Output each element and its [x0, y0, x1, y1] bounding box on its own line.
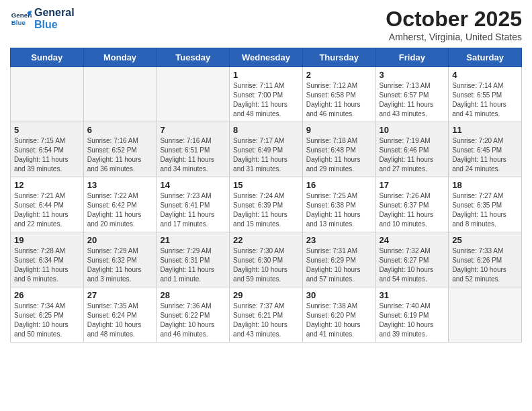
- day-info: Sunrise: 7:34 AMSunset: 6:25 PMDaylight:…: [14, 302, 80, 339]
- day-info: Sunrise: 7:26 AMSunset: 6:37 PMDaylight:…: [380, 191, 445, 229]
- day-info: Sunrise: 7:17 AMSunset: 6:49 PMDaylight:…: [233, 136, 299, 174]
- weekday-header-saturday: Saturday: [449, 48, 522, 67]
- calendar-day-cell: 30Sunrise: 7:38 AMSunset: 6:20 PMDayligh…: [302, 287, 375, 342]
- day-info: Sunrise: 7:31 AMSunset: 6:29 PMDaylight:…: [306, 246, 372, 284]
- day-number: 23: [306, 235, 372, 245]
- day-info: Sunrise: 7:19 AMSunset: 6:46 PMDaylight:…: [380, 136, 445, 174]
- calendar-day-cell: 29Sunrise: 7:37 AMSunset: 6:21 PMDayligh…: [230, 287, 303, 342]
- day-number: 31: [380, 290, 445, 300]
- day-number: 24: [380, 235, 445, 245]
- day-info: Sunrise: 7:21 AMSunset: 6:44 PMDaylight:…: [14, 191, 80, 229]
- day-number: 25: [452, 235, 518, 245]
- day-number: 9: [306, 125, 372, 135]
- calendar-day-cell: 12Sunrise: 7:21 AMSunset: 6:44 PMDayligh…: [11, 177, 84, 232]
- calendar-day-cell: 27Sunrise: 7:35 AMSunset: 6:24 PMDayligh…: [83, 287, 157, 342]
- calendar-day-cell: 1Sunrise: 7:11 AMSunset: 7:00 PMDaylight…: [230, 67, 303, 122]
- day-info: Sunrise: 7:29 AMSunset: 6:32 PMDaylight:…: [87, 246, 153, 284]
- day-number: 20: [87, 235, 153, 245]
- day-info: Sunrise: 7:25 AMSunset: 6:38 PMDaylight:…: [306, 191, 372, 229]
- calendar-day-cell: 18Sunrise: 7:27 AMSunset: 6:35 PMDayligh…: [449, 177, 522, 232]
- calendar-day-cell: [157, 67, 230, 122]
- weekday-header-wednesday: Wednesday: [230, 48, 303, 67]
- logo-line1: General: [34, 7, 75, 19]
- day-number: 28: [160, 290, 226, 300]
- day-info: Sunrise: 7:18 AMSunset: 6:48 PMDaylight:…: [306, 136, 372, 174]
- day-number: 14: [160, 180, 226, 190]
- calendar-day-cell: 21Sunrise: 7:29 AMSunset: 6:31 PMDayligh…: [157, 232, 230, 287]
- day-number: 5: [14, 125, 80, 135]
- day-number: 7: [160, 125, 226, 135]
- day-info: Sunrise: 7:28 AMSunset: 6:34 PMDaylight:…: [14, 246, 80, 284]
- day-number: 6: [87, 125, 153, 135]
- day-info: Sunrise: 7:30 AMSunset: 6:30 PMDaylight:…: [233, 246, 299, 284]
- calendar-day-cell: 23Sunrise: 7:31 AMSunset: 6:29 PMDayligh…: [302, 232, 375, 287]
- day-number: 8: [233, 125, 299, 135]
- day-number: 15: [233, 180, 299, 190]
- day-info: Sunrise: 7:29 AMSunset: 6:31 PMDaylight:…: [160, 246, 226, 284]
- calendar-day-cell: 25Sunrise: 7:33 AMSunset: 6:26 PMDayligh…: [449, 232, 522, 287]
- calendar-day-cell: 26Sunrise: 7:34 AMSunset: 6:25 PMDayligh…: [11, 287, 84, 342]
- day-info: Sunrise: 7:38 AMSunset: 6:20 PMDaylight:…: [306, 302, 372, 339]
- day-info: Sunrise: 7:24 AMSunset: 6:39 PMDaylight:…: [233, 191, 299, 229]
- calendar-day-cell: 2Sunrise: 7:12 AMSunset: 6:58 PMDaylight…: [302, 67, 375, 122]
- day-number: 16: [306, 180, 372, 190]
- day-number: 2: [306, 70, 372, 80]
- day-info: Sunrise: 7:14 AMSunset: 6:55 PMDaylight:…: [452, 81, 518, 119]
- day-info: Sunrise: 7:23 AMSunset: 6:41 PMDaylight:…: [160, 191, 226, 229]
- day-number: 29: [233, 290, 299, 300]
- day-info: Sunrise: 7:27 AMSunset: 6:35 PMDaylight:…: [452, 191, 518, 229]
- calendar-day-cell: [449, 287, 522, 342]
- day-info: Sunrise: 7:16 AMSunset: 6:51 PMDaylight:…: [160, 136, 226, 174]
- calendar-day-cell: [83, 67, 157, 122]
- weekday-header-row: SundayMondayTuesdayWednesdayThursdayFrid…: [11, 48, 522, 67]
- calendar-week-row: 19Sunrise: 7:28 AMSunset: 6:34 PMDayligh…: [11, 232, 522, 287]
- calendar-day-cell: 4Sunrise: 7:14 AMSunset: 6:55 PMDaylight…: [449, 67, 522, 122]
- day-info: Sunrise: 7:16 AMSunset: 6:52 PMDaylight:…: [87, 136, 153, 174]
- calendar-day-cell: 13Sunrise: 7:22 AMSunset: 6:42 PMDayligh…: [83, 177, 157, 232]
- day-info: Sunrise: 7:33 AMSunset: 6:26 PMDaylight:…: [452, 246, 518, 284]
- logo-icon: General Blue: [10, 8, 32, 30]
- weekday-header-monday: Monday: [83, 48, 157, 67]
- day-number: 11: [452, 125, 518, 135]
- calendar-day-cell: 14Sunrise: 7:23 AMSunset: 6:41 PMDayligh…: [157, 177, 230, 232]
- calendar-day-cell: 11Sunrise: 7:20 AMSunset: 6:45 PMDayligh…: [449, 122, 522, 177]
- day-info: Sunrise: 7:15 AMSunset: 6:54 PMDaylight:…: [14, 136, 80, 174]
- day-number: 26: [14, 290, 80, 300]
- day-number: 13: [87, 180, 153, 190]
- day-info: Sunrise: 7:35 AMSunset: 6:24 PMDaylight:…: [87, 302, 153, 339]
- svg-text:Blue: Blue: [11, 18, 26, 26]
- calendar-day-cell: 15Sunrise: 7:24 AMSunset: 6:39 PMDayligh…: [230, 177, 303, 232]
- day-info: Sunrise: 7:11 AMSunset: 7:00 PMDaylight:…: [233, 81, 299, 119]
- calendar-table: SundayMondayTuesdayWednesdayThursdayFrid…: [10, 48, 522, 342]
- day-info: Sunrise: 7:40 AMSunset: 6:19 PMDaylight:…: [380, 302, 445, 339]
- day-number: 22: [233, 235, 299, 245]
- day-info: Sunrise: 7:37 AMSunset: 6:21 PMDaylight:…: [233, 302, 299, 339]
- day-info: Sunrise: 7:20 AMSunset: 6:45 PMDaylight:…: [452, 136, 518, 174]
- logo-line2: Blue: [34, 19, 75, 31]
- day-number: 17: [380, 180, 445, 190]
- day-number: 4: [452, 70, 518, 80]
- calendar-week-row: 1Sunrise: 7:11 AMSunset: 7:00 PMDaylight…: [11, 67, 522, 122]
- calendar-day-cell: 3Sunrise: 7:13 AMSunset: 6:57 PMDaylight…: [375, 67, 449, 122]
- weekday-header-friday: Friday: [375, 48, 449, 67]
- calendar-day-cell: 9Sunrise: 7:18 AMSunset: 6:48 PMDaylight…: [302, 122, 375, 177]
- day-number: 21: [160, 235, 226, 245]
- calendar-day-cell: 6Sunrise: 7:16 AMSunset: 6:52 PMDaylight…: [83, 122, 157, 177]
- calendar-day-cell: 31Sunrise: 7:40 AMSunset: 6:19 PMDayligh…: [375, 287, 449, 342]
- day-number: 3: [380, 70, 445, 80]
- location-subtitle: Amherst, Virginia, United States: [386, 32, 522, 42]
- day-number: 27: [87, 290, 153, 300]
- weekday-header-thursday: Thursday: [302, 48, 375, 67]
- weekday-header-tuesday: Tuesday: [157, 48, 230, 67]
- day-number: 30: [306, 290, 372, 300]
- day-info: Sunrise: 7:36 AMSunset: 6:22 PMDaylight:…: [160, 302, 226, 339]
- calendar-day-cell: 5Sunrise: 7:15 AMSunset: 6:54 PMDaylight…: [11, 122, 84, 177]
- calendar-day-cell: 28Sunrise: 7:36 AMSunset: 6:22 PMDayligh…: [157, 287, 230, 342]
- calendar-day-cell: 19Sunrise: 7:28 AMSunset: 6:34 PMDayligh…: [11, 232, 84, 287]
- calendar-day-cell: 22Sunrise: 7:30 AMSunset: 6:30 PMDayligh…: [230, 232, 303, 287]
- calendar-day-cell: 17Sunrise: 7:26 AMSunset: 6:37 PMDayligh…: [375, 177, 449, 232]
- day-number: 1: [233, 70, 299, 80]
- month-title: October 2025: [386, 7, 522, 32]
- calendar-day-cell: 8Sunrise: 7:17 AMSunset: 6:49 PMDaylight…: [230, 122, 303, 177]
- calendar-day-cell: 16Sunrise: 7:25 AMSunset: 6:38 PMDayligh…: [302, 177, 375, 232]
